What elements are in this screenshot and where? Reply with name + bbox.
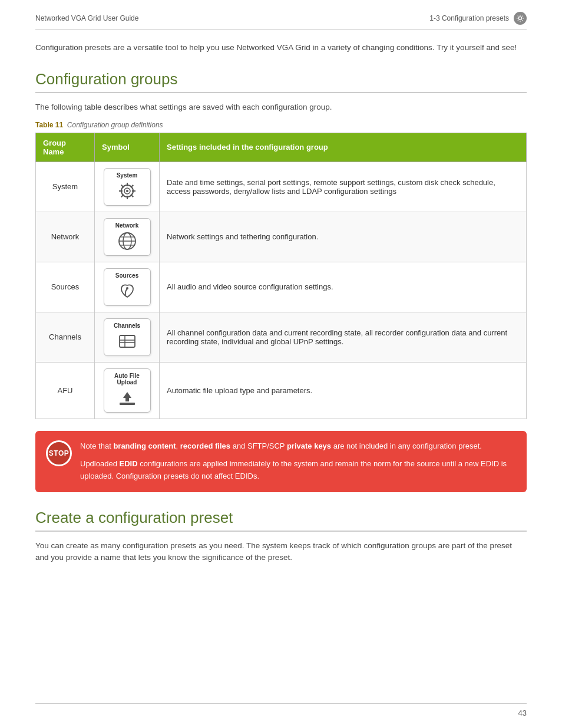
table-row: Network Network Network settings and te: [36, 212, 527, 262]
symbol-box-channels: Channels: [104, 318, 151, 356]
svg-point-17: [126, 287, 128, 289]
note-box: STOP Note that branding content, recorde…: [35, 431, 527, 492]
symbol-box-sources: Sources: [104, 268, 151, 306]
group-name-network: Network: [36, 212, 95, 262]
section1-desc: The following table describes what setti…: [35, 101, 527, 113]
note-line2: Updloaded EDID configurations are applie…: [80, 458, 516, 483]
settings-sources: All audio and video source configuration…: [160, 262, 527, 312]
header-right: 1-3 Configuration presets: [429, 12, 527, 25]
config-table: Group Name Symbol Settings included in t…: [35, 133, 527, 419]
settings-system: Date and time settings, serial port sett…: [160, 162, 527, 212]
section2-heading: Create a configuration preset: [35, 509, 527, 532]
svg-point-0: [518, 17, 521, 19]
note-content: Note that branding content, recorded fil…: [80, 440, 516, 483]
settings-channels: All channel configuration data and curre…: [160, 312, 527, 362]
symbol-sources: Sources: [95, 262, 160, 312]
note-keys: private keys: [287, 442, 331, 450]
sources-icon: [117, 281, 138, 302]
svg-rect-22: [120, 403, 135, 405]
channels-icon: [117, 331, 138, 352]
table-caption-label: Table 11: [35, 121, 63, 129]
symbol-network: Network: [95, 212, 160, 262]
table-row: AFU Auto File Upload Automatic file uplo…: [36, 362, 527, 419]
symbol-box-network: Network: [104, 218, 151, 256]
group-name-sources: Sources: [36, 262, 95, 312]
table-header-row: Group Name Symbol Settings included in t…: [36, 133, 527, 162]
symbol-box-system: System: [104, 168, 151, 206]
svg-point-3: [126, 190, 128, 192]
afu-icon: [117, 387, 138, 409]
header-settings-icon: [514, 12, 527, 25]
settings-afu: Automatic file upload type and parameter…: [160, 362, 527, 419]
group-name-afu: AFU: [36, 362, 95, 419]
page-footer: 43: [35, 703, 527, 717]
header-section: 1-3 Configuration presets: [429, 14, 509, 22]
col-symbol: Symbol: [95, 133, 160, 162]
page-header: Networked VGA Grid User Guide 1-3 Config…: [35, 12, 527, 30]
table-caption: Table 11 Configuration group definitions: [35, 121, 527, 129]
note-line1: Note that branding content, recorded fil…: [80, 440, 516, 453]
section2-desc: You can create as many configuration pre…: [35, 540, 527, 564]
system-icon: [117, 180, 138, 202]
symbol-box-afu: Auto File Upload: [104, 368, 151, 413]
note-edid: EDID: [120, 459, 138, 468]
col-settings: Settings included in the configuration g…: [160, 133, 527, 162]
table-caption-text: Configuration group definitions: [65, 121, 163, 129]
table-row: Channels Channels All channel configurat…: [36, 312, 527, 362]
symbol-channels: Channels: [95, 312, 160, 362]
note-recorded: recorded files: [180, 442, 230, 450]
col-group-name: Group Name: [36, 133, 95, 162]
intro-text: Configuration presets are a versatile to…: [35, 42, 527, 54]
header-left: Networked VGA Grid User Guide: [35, 14, 138, 22]
table-row: Sources Sources All audio and video sour…: [36, 262, 527, 312]
section1-heading: Configuration groups: [35, 70, 527, 93]
page-number: 43: [518, 709, 527, 717]
group-name-channels: Channels: [36, 312, 95, 362]
symbol-afu: Auto File Upload: [95, 362, 160, 419]
svg-rect-18: [120, 335, 135, 347]
settings-network: Network settings and tethering configura…: [160, 212, 527, 262]
note-branding: branding content: [113, 442, 176, 450]
network-icon: [117, 230, 138, 252]
page-container: Networked VGA Grid User Guide 1-3 Config…: [0, 0, 562, 728]
symbol-system: System: [95, 162, 160, 212]
table-row: System System: [36, 162, 527, 212]
group-name-system: System: [36, 162, 95, 212]
stop-icon: STOP: [46, 440, 72, 466]
svg-marker-23: [123, 392, 131, 401]
